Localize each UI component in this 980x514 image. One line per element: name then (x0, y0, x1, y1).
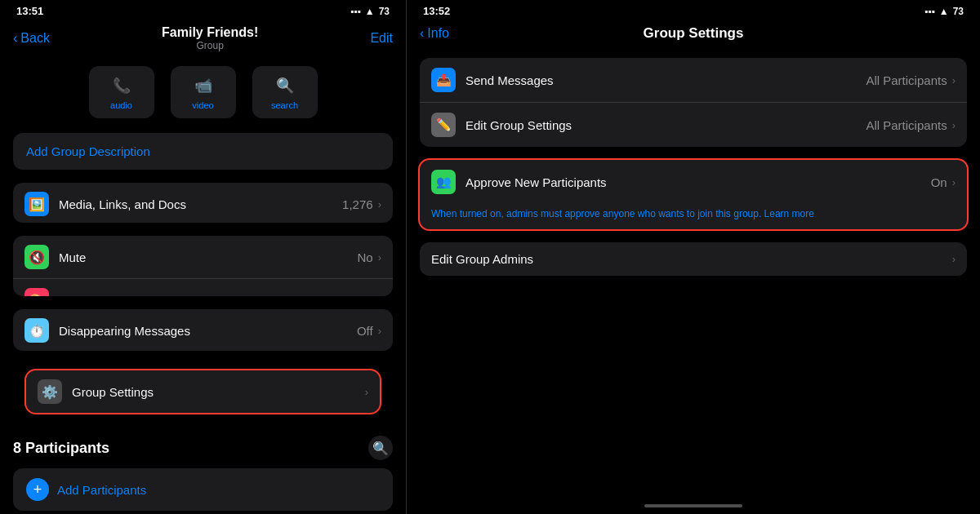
edit-button[interactable]: Edit (370, 31, 393, 46)
mute-label: Mute (59, 250, 357, 264)
approve-chevron-icon: › (952, 176, 956, 188)
right-status-bar: 13:52 ▪▪▪ ▲ 73 (407, 0, 980, 22)
group-settings-section: ⚙️ Group Settings › (26, 370, 380, 413)
search-button[interactable]: 🔍 search (252, 66, 318, 118)
audio-label: audio (110, 100, 132, 110)
disappearing-icon: ⏱️ (24, 318, 49, 343)
chevron-left-icon: ‹ (13, 31, 17, 46)
battery-left: 73 (379, 6, 390, 17)
group-settings-item[interactable]: ⚙️ Group Settings › (26, 370, 380, 413)
edit-group-settings-value: All Participants (866, 118, 947, 132)
signal-icon: ▪▪▪ (350, 6, 361, 17)
right-chevron-left-icon: ‹ (420, 26, 424, 41)
right-signal-icon: ▪▪▪ (924, 6, 935, 17)
left-time: 13:51 (16, 5, 43, 17)
right-status-icons: ▪▪▪ ▲ 73 (924, 6, 964, 17)
disappearing-label: Disappearing Messages (59, 324, 357, 338)
group-settings-section-wrapper: ⚙️ Group Settings › (13, 364, 393, 419)
group-settings-label: Group Settings (72, 385, 365, 399)
mute-chevron-icon: › (378, 251, 381, 264)
approve-desc-text: When turned on, admins must approve anyo… (431, 208, 764, 219)
add-description-button[interactable]: Add Group Description (13, 133, 393, 170)
right-panel: 13:52 ▪▪▪ ▲ 73 ‹ Info Group Settings 📤 S… (407, 0, 980, 514)
add-description-label: Add Group Description (26, 144, 150, 158)
right-wifi-icon: ▲ (939, 6, 949, 17)
media-value: 1,276 (342, 197, 373, 211)
wallpaper-icon: 🎨 (24, 288, 49, 296)
approve-value: On (931, 175, 947, 189)
edit-admins-chevron-icon: › (952, 253, 956, 265)
send-messages-label: Send Messages (466, 73, 866, 87)
left-panel: 13:51 ▪▪▪ ▲ 73 ‹ Back Family Friends! Gr… (0, 0, 406, 514)
wallpaper-item[interactable]: 🎨 Wallpaper & Sound › (13, 279, 393, 296)
right-back-label: Info (427, 26, 449, 41)
right-nav-bar: ‹ Info Group Settings (407, 22, 980, 51)
video-icon: 📹 (192, 74, 215, 97)
participants-search-button[interactable]: 🔍 (368, 436, 393, 460)
participants-search-icon: 🔍 (372, 441, 389, 456)
approve-icon: 👥 (431, 170, 456, 194)
media-icon: 🖼️ (24, 192, 49, 216)
edit-group-settings-icon: ✏️ (431, 113, 456, 137)
edit-admins-section: Edit Group Admins › (420, 242, 967, 276)
add-participant-label: Add Participants (57, 483, 146, 497)
right-nav-title: Group Settings (557, 25, 831, 42)
add-participant-button[interactable]: + Add Participants (13, 468, 393, 511)
participants-title: 8 Participants (13, 440, 109, 457)
right-back-button[interactable]: ‹ Info (420, 26, 557, 41)
approve-section: 👥 Approve New Participants On › When tur… (420, 160, 967, 229)
learn-more-link[interactable]: Learn more (764, 208, 814, 219)
back-button[interactable]: ‹ Back (13, 31, 50, 46)
edit-group-settings-chevron-icon: › (952, 119, 956, 131)
participants-header: 8 Participants 🔍 (0, 426, 406, 465)
home-indicator (644, 504, 742, 507)
permissions-menu-section: 📤 Send Messages All Participants › ✏️ Ed… (420, 58, 967, 147)
send-messages-item[interactable]: 📤 Send Messages All Participants › (420, 58, 967, 103)
send-messages-icon: 📤 (431, 68, 456, 92)
wallpaper-chevron-icon: › (378, 295, 381, 297)
right-time: 13:52 (423, 5, 450, 17)
send-messages-value: All Participants (866, 73, 947, 87)
search-icon: 🔍 (274, 74, 296, 97)
action-buttons: 📞 audio 📹 video 🔍 search (0, 58, 406, 126)
send-messages-chevron-icon: › (952, 74, 956, 86)
disappearing-item[interactable]: ⏱️ Disappearing Messages Off › (13, 309, 393, 351)
add-plus-icon: + (26, 478, 49, 501)
group-settings-icon: ⚙️ (38, 379, 62, 404)
edit-group-settings-label: Edit Group Settings (466, 118, 866, 132)
right-battery-icon: 73 (953, 6, 964, 17)
approve-label: Approve New Participants (466, 175, 931, 189)
left-nav-bar: ‹ Back Family Friends! Group Edit (0, 22, 406, 58)
left-status-icons: ▪▪▪ ▲ 73 (350, 6, 390, 17)
mute-icon: 🔇 (24, 245, 49, 269)
back-label: Back (20, 31, 50, 46)
approve-description: When turned on, admins must approve anyo… (420, 204, 967, 229)
chat-subtitle: Group (196, 40, 223, 51)
media-menu-section: 🖼️ Media, Links, and Docs 1,276 › ⭐ Star… (13, 183, 393, 223)
search-label: search (271, 100, 298, 110)
media-label: Media, Links, and Docs (59, 197, 342, 211)
disappearing-value: Off (357, 324, 373, 338)
edit-admins-label: Edit Group Admins (431, 252, 952, 266)
mute-item[interactable]: 🔇 Mute No › (13, 236, 393, 279)
media-links-docs-item[interactable]: 🖼️ Media, Links, and Docs 1,276 › (13, 183, 393, 223)
media-chevron-icon: › (378, 198, 381, 210)
group-settings-chevron-icon: › (365, 386, 368, 398)
video-label: video (192, 100, 213, 110)
chat-title: Family Friends! (162, 25, 258, 40)
wallpaper-label: Wallpaper & Sound (59, 294, 378, 297)
disappearing-chevron-icon: › (378, 325, 381, 337)
mute-value: No (357, 250, 372, 264)
audio-icon: 📞 (110, 74, 133, 97)
approve-item[interactable]: 👥 Approve New Participants On › (420, 160, 967, 204)
edit-admins-item[interactable]: Edit Group Admins › (420, 242, 967, 276)
video-button[interactable]: 📹 video (171, 66, 236, 118)
mute-menu-section: 🔇 Mute No › 🎨 Wallpaper & Sound › 💾 Save… (13, 236, 393, 296)
edit-group-settings-item[interactable]: ✏️ Edit Group Settings All Participants … (420, 103, 967, 147)
disappearing-menu-section: ⏱️ Disappearing Messages Off › 🔒 Encrypt… (13, 309, 393, 351)
nav-title-group: Family Friends! Group (162, 25, 258, 51)
left-status-bar: 13:51 ▪▪▪ ▲ 73 (0, 0, 406, 22)
audio-button[interactable]: 📞 audio (89, 66, 154, 118)
wifi-icon: ▲ (365, 6, 375, 17)
